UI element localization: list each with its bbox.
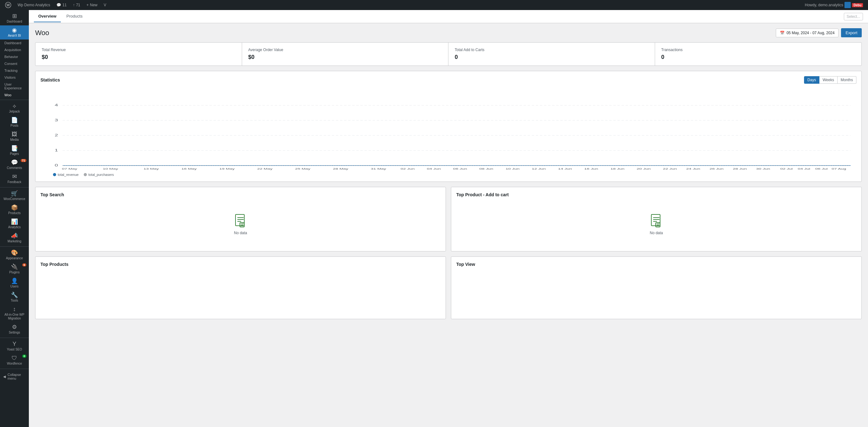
stat-label-transactions: Transactions [661,48,856,52]
sidebar-item-yoast-label: Yoast SEO [7,348,22,352]
sidebar-item-media-label: Media [10,138,19,142]
date-range-button[interactable]: 📅 05 May, 2024 - 07 Aug, 2024 [776,29,839,37]
dashboard-icon: ⊞ [12,13,17,19]
svg-text:28 May: 28 May [333,167,348,170]
svg-text:31 May: 31 May [371,167,386,170]
sidebar-submenu-behavior[interactable]: Behavior [0,53,29,60]
sidebar-item-products[interactable]: 📦 Products [0,203,29,217]
admin-bar: W Wp Demo Analytics 💬 11 ↑ 71 + New V Ho… [0,0,868,10]
sidebar-item-settings[interactable]: ⚙ Settings [0,322,29,336]
svg-text:W: W [7,3,10,7]
stat-card-transactions: Transactions 0 [655,43,862,66]
svg-text:16 Jun: 16 Jun [584,167,598,170]
svg-text:22 May: 22 May [257,167,273,170]
svg-text:06 Jul: 06 Jul [815,167,828,170]
stat-card-avg-order: Average Order Value $0 [242,43,449,66]
top-product-no-data-text: No data [650,231,663,235]
sidebar-item-posts[interactable]: 📄 Posts [0,116,29,129]
sidebar-submenu-visitors[interactable]: Visitors [0,74,29,81]
adminbar-comments[interactable]: 💬 11 [54,0,69,10]
sidebar-submenu-user-experience[interactable]: User Experience [0,81,29,92]
debug-badge: Debu [852,3,863,7]
time-buttons: Days Weeks Months [804,76,857,84]
chart-legend: total_revenue total_purchasers [40,173,857,176]
pages-icon: 📑 [11,145,18,151]
sidebar-item-comments[interactable]: 💬 Comments 71 [0,158,29,172]
page-title: Woo [35,29,49,37]
sidebar-item-appearance[interactable]: 🎨 Appearance [0,248,29,262]
top-view-title: Top View [456,262,857,267]
select-dropdown[interactable]: Select... [844,13,863,21]
tab-overview[interactable]: Overview [34,11,61,22]
sidebar-item-yoast-seo[interactable]: Y Yoast SEO [0,339,29,353]
adminbar-wp-logo[interactable]: W [2,0,14,10]
all-in-one-icon: ↕ [13,306,16,312]
top-search-title: Top Search [40,192,441,197]
adminbar-aesirx[interactable]: V [101,0,109,10]
sidebar-item-aesirx-bi-label: AesirX BI [8,34,21,38]
sidebar-item-dashboard-label: Dashboard [7,20,22,24]
sidebar-item-jetpack-label: Jetpack [9,110,20,113]
comments-count: 11 [62,3,66,7]
sidebar-item-feedback[interactable]: ✉ Feedback [0,172,29,186]
sidebar-item-aesirx-bi[interactable]: ◉ AesirX BI [0,25,29,39]
woocommerce-icon: 🛒 [11,191,18,196]
sidebar-item-users-label: Users [10,285,19,289]
plugins-badge: 6 [22,263,26,266]
svg-text:16 May: 16 May [182,167,197,170]
svg-text:02 Jul: 02 Jul [780,167,793,170]
svg-text:26 Jun: 26 Jun [710,167,724,170]
top-view-section: Top View [451,257,862,319]
stat-card-total-revenue: Total Revenue $0 [35,43,242,66]
stat-label-add-to-carts: Total Add to Carts [455,48,649,52]
adminbar-site-name[interactable]: Wp Demo Analytics [15,0,53,10]
legend-label-purchasers: total_purchasers [88,173,114,176]
statistics-header: Statistics Days Weeks Months [40,76,857,84]
svg-text:10 Jun: 10 Jun [505,167,520,170]
sidebar-item-media[interactable]: 🖼 Media [0,129,29,143]
updates-icon: ↑ [73,3,74,7]
sidebar-item-marketing[interactable]: 📣 Marketing [0,231,29,245]
stats-row: Total Revenue $0 Average Order Value $0 … [35,42,862,66]
sidebar-item-analytics[interactable]: 📊 Analytics [0,217,29,231]
adminbar-new[interactable]: + New [84,0,100,10]
submenu-visitors-label: Visitors [4,75,16,79]
page-header: Woo 📅 05 May, 2024 - 07 Aug, 2024 Export [35,28,862,37]
time-btn-months[interactable]: Months [838,76,857,84]
svg-text:08 Jun: 08 Jun [479,167,494,170]
svg-text:10 May: 10 May [103,167,118,170]
sidebar-submenu-dashboard[interactable]: Dashboard [0,39,29,46]
export-button[interactable]: Export [841,28,862,37]
bottom-grid-2: Top Products Top View [35,257,862,319]
sidebar-item-plugins[interactable]: 🔌 Plugins 6 [0,262,29,276]
top-products-section: Top Products [35,257,446,319]
sidebar-item-woocommerce[interactable]: 🛒 WooCommerce [0,189,29,203]
sidebar-submenu-woo[interactable]: Woo [0,92,29,98]
time-btn-weeks[interactable]: Weeks [819,76,837,84]
sidebar-item-tools[interactable]: 🔧 Tools [0,290,29,304]
svg-rect-52 [656,223,660,227]
top-search-no-data: No data [40,202,441,246]
submenu-dashboard-label: Dashboard [4,41,21,45]
sidebar-item-feedback-label: Feedback [7,180,21,184]
top-product-add-to-cart-section: Top Product - Add to cart No da [451,187,862,252]
sidebar-item-dashboard[interactable]: ⊞ Dashboard [0,11,29,25]
sidebar-submenu-consent[interactable]: Consent [0,60,29,67]
sidebar-item-settings-label: Settings [9,331,20,334]
feedback-icon: ✉ [12,174,17,179]
sidebar-item-all-in-one[interactable]: ↕ All-in-One WP Migration [0,304,29,322]
sidebar-item-jetpack[interactable]: ⟡ Jetpack [0,101,29,116]
tab-products[interactable]: Products [62,11,87,22]
collapse-menu-button[interactable]: ◀ Collapse menu [0,370,29,383]
legend-total-purchasers: total_purchasers [84,173,114,176]
posts-icon: 📄 [11,117,18,123]
time-btn-days[interactable]: Days [804,76,819,84]
sidebar-submenu-acquisition[interactable]: Acquisition [0,46,29,53]
adminbar-updates[interactable]: ↑ 71 [70,0,83,10]
submenu-behavior-label: Behavior [4,55,18,59]
sidebar-item-users[interactable]: 👤 Users [0,276,29,290]
svg-text:20 Jun: 20 Jun [637,167,651,170]
sidebar-item-wordfence[interactable]: 🛡 Wordfence 0 [0,353,29,367]
sidebar-submenu-tracking[interactable]: Tracking [0,67,29,74]
sidebar-item-pages[interactable]: 📑 Pages [0,143,29,158]
